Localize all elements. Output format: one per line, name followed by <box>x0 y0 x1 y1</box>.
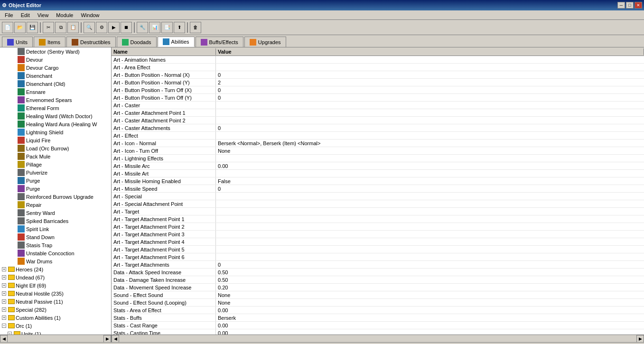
tab-abilities[interactable]: Abilities <box>158 37 195 47</box>
toolbar-btn3[interactable]: 🔍 <box>84 22 95 33</box>
tree-item-stand-down[interactable]: Stand Down <box>0 233 111 241</box>
tree-item-purge1[interactable]: Purge <box>0 177 111 185</box>
prop-row[interactable]: Art - Special Attachment Point <box>112 200 644 208</box>
toolbar-cut[interactable]: ✂ <box>43 22 54 33</box>
prop-row[interactable]: Stats - Casting Time0.00 <box>112 329 644 335</box>
prop-row[interactable]: Art - Target Attachment Point 6 <box>112 253 644 261</box>
tab-buffs[interactable]: Buffs/Effects <box>196 37 243 47</box>
tree-item-load[interactable]: Load (Orc Burrow) <box>0 144 111 152</box>
tree-item-healing-ward[interactable]: Healing Ward (Witch Doctor) <box>0 112 111 120</box>
tree-item-pack-mule[interactable]: Pack Mule <box>0 152 111 160</box>
expand-icon[interactable]: + <box>2 275 6 279</box>
prop-row[interactable]: Stats - Cast Range0.00 <box>112 322 644 329</box>
prop-row[interactable]: Art - Caster Attachment Point 1 <box>112 109 644 117</box>
prop-row[interactable]: Data - Attack Speed Increase0.50 <box>112 269 644 276</box>
tree-group-undead(67)[interactable]: + Undead (67) <box>0 273 111 281</box>
tree-item-stasis[interactable]: Stasis Trap <box>0 241 111 249</box>
expand-icon[interactable]: + <box>2 316 6 320</box>
prop-row[interactable]: Art - Button Position - Normal (Y)2 <box>112 79 644 86</box>
tree-item-liquid-fire[interactable]: Liquid Fire <box>0 136 111 144</box>
toolbar-btn8[interactable]: 📊 <box>149 22 160 33</box>
prop-row[interactable]: Art - Icon - Turn OffNone <box>112 147 644 155</box>
tree-item-pillage[interactable]: Pillage <box>0 160 111 168</box>
prop-row[interactable]: Sound - Effect SoundNone <box>112 291 644 299</box>
expand-icon[interactable]: + <box>2 299 6 304</box>
toolbar-btn11[interactable]: 🗑 <box>190 22 201 33</box>
tree-item-unstable[interactable]: Unstable Concoction <box>0 249 111 257</box>
prop-row[interactable]: Stats - BuffsBerserk <box>112 314 644 322</box>
tree-item-spiked[interactable]: Spiked Barricades <box>0 217 111 225</box>
toolbar-btn10[interactable]: ⬆ <box>174 22 185 33</box>
tree-group-special(282)[interactable]: + Special (282) <box>0 306 111 314</box>
expand-icon[interactable]: + <box>2 283 6 288</box>
menu-edit[interactable]: Edit <box>17 11 34 19</box>
expand-icon[interactable]: + <box>2 291 6 296</box>
prop-row[interactable]: Art - Target Attachment Point 2 <box>112 223 644 231</box>
tree-item-devour-cargo[interactable]: Devour Cargo <box>0 64 111 72</box>
prop-row[interactable]: Art - Lightning Effects <box>112 155 644 162</box>
prop-row[interactable]: Art - Special <box>112 193 644 200</box>
prop-row[interactable]: Art - Target Attachments0 <box>112 261 644 269</box>
menu-module[interactable]: Module <box>52 11 77 19</box>
tree-item-healing-ward-aura[interactable]: Healing Ward Aura (Healing W <box>0 120 111 128</box>
tree-item-detector[interactable]: Detector (Sentry Ward) <box>0 47 111 56</box>
tree-item-disenchant-old[interactable]: Disenchant (Old) <box>0 80 111 88</box>
menu-view[interactable]: View <box>34 11 53 19</box>
tree-group-neutralhostile(235)[interactable]: + Neutral Hostile (235) <box>0 289 111 298</box>
prop-row[interactable]: Art - Caster Attachment Point 2 <box>112 117 644 124</box>
tree-item-repair[interactable]: Repair <box>0 201 111 209</box>
toolbar-paste[interactable]: 📋 <box>67 22 79 33</box>
prop-row[interactable]: Art - Missile Art <box>112 170 644 177</box>
tree-item-devour[interactable]: Devour <box>0 56 111 64</box>
tree-item-sentry-ward[interactable]: Sentry Ward <box>0 209 111 217</box>
hscroll-left-track[interactable] <box>8 335 103 342</box>
tree-item-disenchant[interactable]: Disenchant <box>0 72 111 80</box>
tree-group-heroes(24)[interactable]: + Heroes (24) <box>0 265 111 273</box>
tree-container[interactable]: Detector (Sentry Ward) Devour Devour Car… <box>0 47 111 335</box>
tree-item-war-drums[interactable]: War Drums <box>0 257 111 265</box>
tree-item-envenomed-spears[interactable]: Envenomed Spears <box>0 96 111 104</box>
bottom-scroll[interactable]: ◀ ▶ ◀ ▶ <box>0 335 644 342</box>
tree-item-pulverize[interactable]: Pulverize <box>0 168 111 177</box>
prop-row[interactable]: Art - Target Attachment Point 3 <box>112 231 644 238</box>
prop-row[interactable]: Art - Missile Homing EnabledFalse <box>112 177 644 185</box>
toolbar-btn5[interactable]: ▶ <box>108 22 120 33</box>
prop-row[interactable]: Data - Damage Taken Increase0.50 <box>112 276 644 284</box>
prop-row[interactable]: Art - Icon - NormalBerserk <Normal>, Ber… <box>112 139 644 147</box>
expand-icon[interactable]: + <box>2 267 6 271</box>
maximize-button[interactable]: □ <box>626 2 634 9</box>
tree-item-purge2[interactable]: Purge <box>0 185 111 193</box>
menu-window[interactable]: Window <box>77 11 103 19</box>
tree-item-reinforced[interactable]: Reinforced Burrows Upgrade <box>0 193 111 201</box>
tab-upgrades[interactable]: Upgrades <box>244 37 286 47</box>
prop-row[interactable]: Art - Missile Speed0 <box>112 185 644 193</box>
prop-row[interactable]: Sound - Effect Sound (Looping)None <box>112 299 644 307</box>
expand-icon[interactable]: − <box>2 324 6 328</box>
prop-row[interactable]: Art - Button Position - Turn Off (X)0 <box>112 86 644 94</box>
prop-row[interactable]: Art - Caster <box>112 102 644 109</box>
toolbar-btn9[interactable]: 📑 <box>161 22 173 33</box>
tab-doodads[interactable]: Doodads <box>117 37 157 47</box>
tree-item-spirit-link[interactable]: Spirit Link <box>0 225 111 233</box>
prop-row[interactable]: Art - Caster Attachments0 <box>112 124 644 132</box>
prop-row[interactable]: Art - Target Attachment Point 1 <box>112 215 644 223</box>
minimize-button[interactable]: ─ <box>617 2 625 9</box>
hscroll-left-btn[interactable]: ◀ <box>0 335 8 343</box>
props-container[interactable]: Art - Animation NamesArt - Area EffectAr… <box>112 56 644 335</box>
tab-units[interactable]: Units <box>2 37 33 47</box>
menu-file[interactable]: File <box>1 11 17 19</box>
toolbar-copy[interactable]: ⧉ <box>55 22 66 33</box>
toolbar-btn6[interactable]: ⏹ <box>121 22 132 33</box>
expand-icon[interactable]: + <box>2 307 6 312</box>
tab-items[interactable]: Items <box>34 37 65 47</box>
toolbar-btn7[interactable]: 🔧 <box>137 22 148 33</box>
prop-row[interactable]: Art - Missile Arc0.00 <box>112 162 644 170</box>
expand-icon[interactable]: − <box>8 332 12 335</box>
tab-destructibles[interactable]: Destructibles <box>66 37 116 47</box>
prop-row[interactable]: Art - Button Position - Turn Off (Y)0 <box>112 94 644 102</box>
tree-group-units(1)[interactable]: − Units (1) <box>0 330 111 335</box>
prop-row[interactable]: Art - Area Effect <box>112 64 644 71</box>
toolbar-new[interactable]: 📄 <box>2 22 13 33</box>
close-button[interactable]: ✕ <box>635 2 642 9</box>
tree-group-customabilities(1)[interactable]: + Custom Abilities (1) <box>0 314 111 322</box>
